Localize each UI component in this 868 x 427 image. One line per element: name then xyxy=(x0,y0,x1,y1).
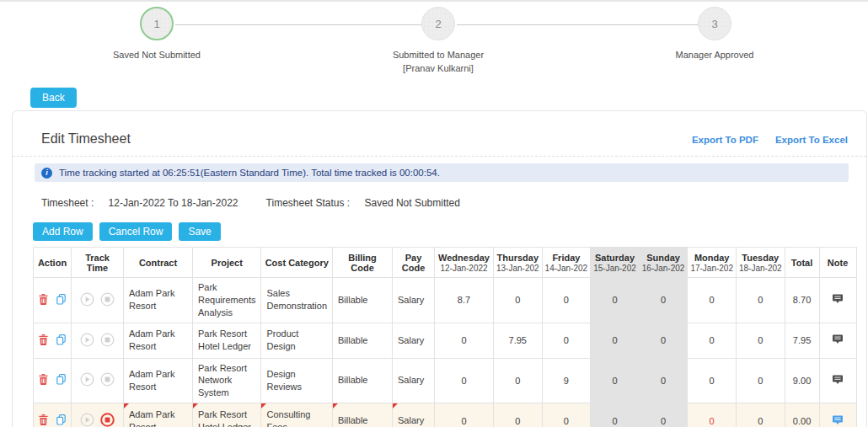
timesheet-meta: Timesheet : 12-Jan-2022 To 18-Jan-2022 T… xyxy=(41,197,485,209)
step-number: 3 xyxy=(711,18,717,30)
copy-row-icon[interactable] xyxy=(56,294,66,307)
total-cell: 8.70 xyxy=(785,278,819,323)
project-cell[interactable]: Park Resort Hotel Ledger xyxy=(193,403,261,427)
day-hours-cell[interactable]: 7.95 xyxy=(494,323,543,358)
project-cell[interactable]: Park Resort Hotel Ledger xyxy=(193,323,261,358)
copy-row-icon[interactable] xyxy=(56,414,66,427)
copy-row-icon[interactable] xyxy=(56,334,66,347)
column-header-total: Total xyxy=(785,248,819,278)
stop-timer-icon[interactable] xyxy=(100,413,115,427)
contract-cell[interactable]: Adam Park Resort xyxy=(124,403,193,427)
info-circle-icon: i xyxy=(41,168,52,179)
contract-cell[interactable]: Adam Park Resort xyxy=(124,358,193,403)
cost-category-cell[interactable]: Design Reviews xyxy=(261,358,333,403)
add-row-button[interactable]: Add Row xyxy=(33,222,93,241)
step-submitted-to-manager: 2 Submitted to Manager [Pranav Kulkarni] xyxy=(346,5,531,76)
column-header-sunday: Sunday16-Jan-202 xyxy=(639,248,688,278)
day-hours-cell[interactable]: 8.7 xyxy=(435,278,494,323)
day-hours-cell[interactable]: 0 xyxy=(494,358,543,403)
billing-code-cell[interactable]: Billable xyxy=(333,403,393,427)
day-hours-cell[interactable]: 0 xyxy=(688,278,737,323)
column-header-note: Note xyxy=(819,248,856,278)
column-header-track-time: Track Time xyxy=(72,248,124,278)
day-hours-cell[interactable]: 0 xyxy=(736,278,785,323)
step-circle-2: 2 xyxy=(421,7,455,40)
day-hours-cell[interactable]: 0 xyxy=(435,403,494,427)
total-cell: 9.00 xyxy=(785,358,819,403)
play-timer-icon[interactable] xyxy=(80,292,94,308)
day-hours-cell[interactable]: 0 xyxy=(542,323,591,358)
day-hours-cell[interactable]: 0 xyxy=(639,278,688,323)
timesheet-status-label: Timesheet Status : xyxy=(266,197,351,209)
stop-timer-icon[interactable] xyxy=(100,333,115,349)
day-hours-cell[interactable]: 0 xyxy=(688,323,737,358)
billing-code-cell[interactable]: Billable xyxy=(333,278,393,323)
note-comment-icon[interactable] xyxy=(833,296,843,306)
delete-row-icon[interactable] xyxy=(39,374,48,387)
note-comment-icon[interactable] xyxy=(833,336,843,346)
day-hours-cell[interactable]: 0 xyxy=(591,278,640,323)
day-hours-cell[interactable]: 0 xyxy=(736,358,785,403)
day-hours-cell[interactable]: 0 xyxy=(688,403,737,427)
delete-row-icon[interactable] xyxy=(39,414,48,427)
top-divider xyxy=(0,0,868,2)
export-pdf-link[interactable]: Export To PDF xyxy=(692,135,758,145)
day-hours-cell[interactable]: 0 xyxy=(435,323,494,358)
action-cell xyxy=(34,323,72,358)
day-hours-cell[interactable]: 0 xyxy=(542,278,591,323)
pay-code-cell[interactable]: Salary xyxy=(393,403,435,427)
pay-code-cell[interactable]: Salary xyxy=(393,278,435,323)
project-cell[interactable]: Park Resort Network System xyxy=(193,358,261,403)
stop-timer-icon[interactable] xyxy=(100,372,115,388)
timesheet-row: Adam Park Resort Park Resort Network Sys… xyxy=(34,358,857,403)
column-header-pay-code: Pay Code xyxy=(393,248,435,278)
column-header-cost-category: Cost Category xyxy=(261,248,333,278)
delete-row-icon[interactable] xyxy=(39,294,48,307)
day-hours-cell[interactable]: 0 xyxy=(494,403,543,427)
day-hours-cell[interactable]: 0 xyxy=(591,323,640,358)
day-hours-cell[interactable]: 0 xyxy=(639,403,688,427)
day-hours-cell[interactable]: 0 xyxy=(736,323,785,358)
step-label: Submitted to Manager [Pranav Kulkarni] xyxy=(346,49,531,76)
track-time-cell xyxy=(72,403,124,427)
play-timer-icon[interactable] xyxy=(80,372,94,388)
cost-category-cell[interactable]: Product Design xyxy=(261,323,333,358)
contract-cell[interactable]: Adam Park Resort xyxy=(124,278,193,323)
timesheet-period: 12-Jan-2022 To 18-Jan-2022 xyxy=(109,197,238,209)
save-button[interactable]: Save xyxy=(179,222,220,241)
day-hours-cell[interactable]: 0 xyxy=(542,403,591,427)
cost-category-cell[interactable]: Sales Demonstration xyxy=(261,278,333,323)
time-tracking-banner: i Time tracking started at 06:25:51(East… xyxy=(35,163,849,182)
column-header-friday: Friday14-Jan-202 xyxy=(542,248,591,278)
day-hours-cell[interactable]: 9 xyxy=(542,358,591,403)
copy-row-icon[interactable] xyxy=(56,374,66,387)
day-hours-cell[interactable]: 0 xyxy=(494,278,543,323)
play-timer-icon[interactable] xyxy=(80,333,94,349)
cost-category-cell[interactable]: Consulting Fees xyxy=(261,403,333,427)
step-number: 1 xyxy=(153,18,159,30)
day-hours-cell[interactable]: 0 xyxy=(639,323,688,358)
day-hours-cell[interactable]: 0 xyxy=(591,403,640,427)
note-comment-icon[interactable] xyxy=(833,376,843,387)
play-timer-icon[interactable] xyxy=(80,413,94,427)
day-hours-cell[interactable]: 0 xyxy=(688,358,737,403)
export-excel-link[interactable]: Export To Excel xyxy=(775,135,848,145)
cancel-row-button[interactable]: Cancel Row xyxy=(99,222,173,241)
pay-code-cell[interactable]: Salary xyxy=(393,323,435,358)
delete-row-icon[interactable] xyxy=(39,334,48,347)
day-hours-cell[interactable]: 0 xyxy=(639,358,688,403)
step-number: 2 xyxy=(435,18,441,30)
day-hours-cell[interactable]: 0 xyxy=(435,358,494,403)
billing-code-cell[interactable]: Billable xyxy=(333,323,393,358)
day-hours-cell[interactable]: 0 xyxy=(736,403,785,427)
stop-timer-icon[interactable] xyxy=(100,292,115,308)
card-header xyxy=(13,111,866,157)
pay-code-cell[interactable]: Salary xyxy=(393,358,435,403)
total-cell: 0.00 xyxy=(785,403,819,427)
back-button[interactable]: Back xyxy=(30,88,77,108)
contract-cell[interactable]: Adam Park Resort xyxy=(124,323,193,358)
billing-code-cell[interactable]: Billable xyxy=(333,358,393,403)
project-cell[interactable]: Park Requirements Analysis xyxy=(193,278,261,323)
note-comment-icon[interactable] xyxy=(833,417,843,427)
day-hours-cell[interactable]: 0 xyxy=(591,358,640,403)
